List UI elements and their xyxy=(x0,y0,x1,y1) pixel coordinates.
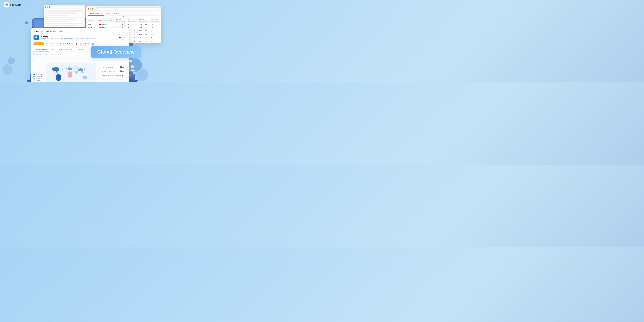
ios-platform-btn[interactable]: 🍎 xyxy=(75,42,78,46)
flag-cell: 🇩🇪🇫🇷🇬🇧 +105 xyxy=(98,23,115,26)
subtab-ranked-keywords[interactable]: Ranked Keywords xyxy=(34,53,47,56)
browser-minimize-dot xyxy=(47,6,48,8)
logo-area: FoxData xyxy=(4,2,22,8)
vol-lowest: 43 xyxy=(132,29,138,32)
results-lowest: 250 xyxy=(144,26,150,29)
mini-browser-dots xyxy=(45,6,50,8)
how-it-works-link[interactable]: How does it work? xyxy=(53,30,65,32)
th-results: Results Highest / Lowest xyxy=(138,18,150,23)
inst-lowest: 0 xyxy=(156,36,161,40)
bg-card-close-dot xyxy=(88,8,89,10)
svg-point-2 xyxy=(131,65,134,68)
user-silhouette-icon xyxy=(128,64,136,72)
world-map-svg xyxy=(44,63,98,82)
title-text: Global Overview xyxy=(34,30,49,32)
legend-item-4: 440-2638 xyxy=(34,80,42,82)
competitor-chevron-icon: ▾ xyxy=(72,43,72,45)
tab-est-revenue[interactable]: Est. Revenue xyxy=(74,47,87,52)
connect-button[interactable]: ⊕ Connect ▾ xyxy=(45,42,56,46)
stats-panel: Top Performance 🇧🇷 BR Bottom Performance… xyxy=(100,63,126,79)
mini-line-2 xyxy=(45,12,76,14)
legend-item-1: 6596-8794 xyxy=(34,74,42,75)
table-row: bluesky 🇩🇪🇫🇷🇬🇧 +105 1 ↕ 1 ↕ 56 0 186 250… xyxy=(86,23,161,26)
export-icon-btn[interactable]: ⬇ xyxy=(38,58,42,62)
bottom-performance-label: Bottom Performance xyxy=(102,70,115,72)
tab-rating-reviews[interactable]: Rating & Reviews xyxy=(57,47,74,52)
view-in-google-play-link[interactable]: View in Google Play xyxy=(80,38,93,40)
tracked-button[interactable]: ★ Tracked xyxy=(34,42,44,45)
association-button[interactable]: Association(1) ▾ xyxy=(84,42,96,46)
app-name: Bluesky xyxy=(40,35,117,38)
search-icon-btn[interactable]: 🔍 xyxy=(122,36,126,39)
inst-lowest: 1 xyxy=(156,29,161,32)
association-chevron-icon: ▾ xyxy=(94,43,95,44)
connect-label: Connect xyxy=(48,43,53,44)
brand-name: FoxData xyxy=(10,3,22,6)
global-overview-banner-text: Global Overview xyxy=(97,49,134,55)
mini-line-6 xyxy=(45,21,68,22)
app-price: ● Free xyxy=(49,38,53,40)
mini-browser-url-bar xyxy=(52,6,84,8)
map-area: 6596-8794 4597-6596 2638-4597 440-2638 xyxy=(34,63,126,82)
rank-lowest: 1 ↕ xyxy=(121,23,126,26)
results-lowest: 250 xyxy=(144,23,150,26)
vol-lowest: 0 xyxy=(132,26,138,29)
global-overview-banner: Global Overview xyxy=(91,46,141,58)
rank-highest: 1 ↕ xyxy=(115,23,121,26)
mini-line-7 xyxy=(45,23,82,24)
svg-point-1 xyxy=(6,4,7,6)
legend-label-3: 2638-4597 xyxy=(36,78,42,80)
avatar-circle: ● xyxy=(128,58,142,72)
results-highest: 246 xyxy=(138,29,144,32)
results-highest: 241 xyxy=(138,36,144,40)
results-lowest: 250 xyxy=(144,29,150,32)
subtab-search-performance[interactable]: Search performance xyxy=(50,53,64,56)
android-platform-btn[interactable]: ▶ xyxy=(79,42,82,46)
legend-item-2: 4597-6596 xyxy=(34,76,42,77)
connect-chevron-icon: ▾ xyxy=(54,43,54,45)
top-performance-label: Top Performance xyxy=(102,66,113,68)
app-label-tag: Social Networks xyxy=(64,38,74,40)
bg-card-tab-search[interactable]: Search performance xyxy=(104,12,120,16)
bg-card-url-bar xyxy=(95,8,160,10)
bg-card-tabs: Ranked Keywords Search performance xyxy=(86,12,161,16)
inst-lowest: 0 xyxy=(156,23,161,26)
legend-color-1 xyxy=(34,74,35,75)
top-performance-value: 🇧🇷 BR xyxy=(120,66,124,68)
browser-maximize-dot xyxy=(49,6,50,8)
refresh-icon-btn[interactable]: ↻ xyxy=(34,58,37,62)
mini-line-8 xyxy=(45,25,76,26)
tab-aso-keywords[interactable]: ASO Keywords xyxy=(34,47,49,52)
bottom-performance-flag: 🇲🇷 xyxy=(120,70,122,72)
results-highest: 230 xyxy=(138,32,144,36)
inst-highest: 0 xyxy=(150,40,156,43)
th-ranking: Ranking Highest / Lowest xyxy=(115,18,126,23)
app-meta: Apps/Social ● Free ★ 4.26 Label: Social … xyxy=(40,38,117,40)
legend-color-3 xyxy=(34,78,35,80)
bg-card-tab-ranked[interactable]: Ranked Keywords xyxy=(88,12,104,16)
mini-browser-body xyxy=(44,9,85,27)
info-icon[interactable]: ? xyxy=(50,30,52,32)
results-lowest: 249 xyxy=(144,40,150,43)
competitor-label: As Competitor for xyxy=(60,43,71,44)
bg-card-minimize-dot xyxy=(90,8,91,10)
results-lowest: 280 xyxy=(144,32,150,36)
results-highest: 212 xyxy=(138,26,144,29)
card-header: Global Overview ? How does it work? Blue… xyxy=(31,28,129,47)
bluesky-app-icon xyxy=(34,36,38,39)
results-highest: 247 xyxy=(138,40,144,43)
th-inst: Inst.(1 day) Highest / Lowest xyxy=(150,18,161,23)
decorative-circle-1 xyxy=(25,21,28,24)
bottom-performance-value: 🇲🇷 MR xyxy=(120,70,124,72)
world-map-container xyxy=(44,63,98,82)
inst-highest: 241 xyxy=(150,32,156,36)
top-performance-flag: 🇧🇷 xyxy=(120,66,122,68)
connect-icon: ⊕ xyxy=(46,43,48,45)
bg-card-maximize-dot xyxy=(92,8,93,10)
screenshot-icon-btn[interactable]: 📷 xyxy=(118,36,122,39)
tab-status[interactable]: Status xyxy=(49,47,57,52)
mini-line-5 xyxy=(45,19,76,20)
results-lowest: 241 xyxy=(144,36,150,40)
vol-lowest: 0 xyxy=(132,23,138,26)
as-competitor-button[interactable]: ⊕ As Competitor for ▾ xyxy=(57,42,74,46)
